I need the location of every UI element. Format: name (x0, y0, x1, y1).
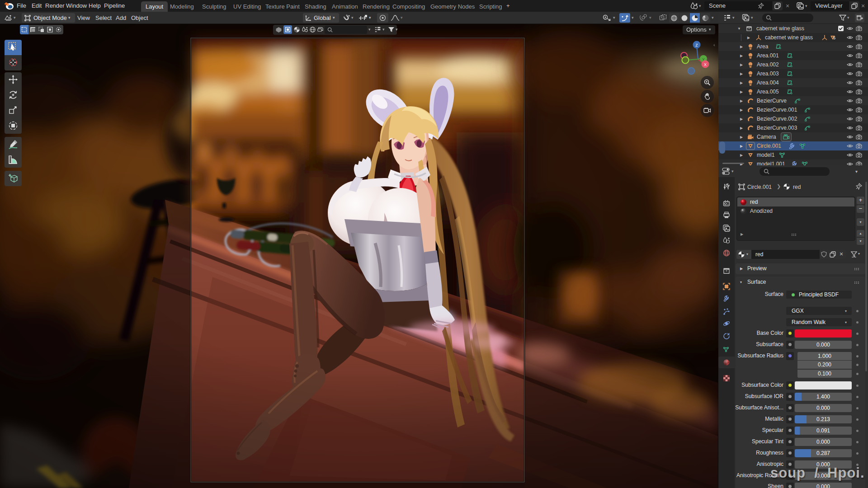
svg-text:X: X (704, 62, 707, 67)
svg-text:Z: Z (695, 43, 698, 47)
